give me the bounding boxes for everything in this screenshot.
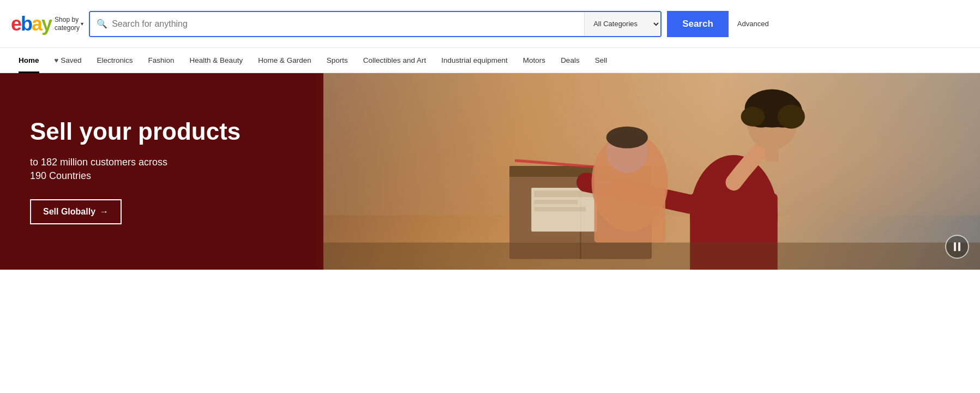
hero-image <box>323 73 980 270</box>
svg-point-16 <box>778 105 805 129</box>
hero-subtitle: to 182 million customers across190 Count… <box>30 156 296 183</box>
chevron-down-icon: ▾ <box>81 21 83 27</box>
nav-item-home[interactable]: Home <box>11 48 47 73</box>
nav-item-industrial[interactable]: Industrial equipment <box>434 48 515 73</box>
header: ebay Shop by category ▾ 🔍 All Categories… <box>0 0 980 48</box>
main-nav: Home ♥ Saved Electronics Fashion Health … <box>0 48 980 73</box>
shop-by-label: Shop by <box>55 16 80 23</box>
pause-button[interactable] <box>945 235 969 259</box>
nav-item-sell[interactable]: Sell <box>587 48 615 73</box>
svg-rect-25 <box>323 242 980 270</box>
hero-cta-button[interactable]: Sell Globally → <box>30 199 122 224</box>
search-button[interactable]: Search <box>667 11 729 37</box>
nav-item-saved[interactable]: ♥ Saved <box>47 48 89 73</box>
logo-b: b <box>21 13 32 35</box>
logo-e: e <box>11 13 21 35</box>
arrow-icon: → <box>100 207 109 217</box>
nav-item-home-garden[interactable]: Home & Garden <box>250 48 319 73</box>
nav-item-deals[interactable]: Deals <box>553 48 587 73</box>
hero-banner: Sell your products to 182 million custom… <box>0 73 980 270</box>
shop-by-sub: category <box>55 24 80 32</box>
logo-area: ebay Shop by category ▾ <box>11 14 83 34</box>
nav-item-electronics[interactable]: Electronics <box>89 48 141 73</box>
ebay-logo[interactable]: ebay <box>11 14 51 34</box>
heart-icon: ♥ <box>55 56 59 64</box>
search-input[interactable] <box>112 19 578 29</box>
svg-point-24 <box>606 127 648 148</box>
svg-rect-22 <box>594 166 665 242</box>
svg-rect-8 <box>534 207 586 211</box>
search-bar: 🔍 All Categories <box>89 11 662 37</box>
svg-rect-18 <box>766 145 779 162</box>
logo-y: y <box>41 13 51 35</box>
hero-content: Sell your products to 182 million custom… <box>0 73 323 270</box>
nav-item-collectibles[interactable]: Collectibles and Art <box>356 48 434 73</box>
svg-rect-7 <box>534 200 578 204</box>
pause-icon <box>954 242 960 251</box>
nav-item-fashion[interactable]: Fashion <box>141 48 182 73</box>
category-select[interactable]: All Categories <box>584 12 660 36</box>
search-icon: 🔍 <box>97 19 107 29</box>
hero-illustration <box>323 73 980 270</box>
nav-item-motors[interactable]: Motors <box>515 48 553 73</box>
logo-a: a <box>32 13 41 35</box>
shop-by-text: Shop by category <box>55 16 80 32</box>
nav-saved-label: Saved <box>61 56 81 64</box>
search-input-wrap: 🔍 <box>90 12 584 36</box>
shop-by-category[interactable]: Shop by category ▾ <box>55 16 83 32</box>
svg-point-17 <box>741 107 765 127</box>
nav-item-sports[interactable]: Sports <box>319 48 356 73</box>
advanced-search-link[interactable]: Advanced <box>737 20 769 28</box>
nav-item-health-beauty[interactable]: Health & Beauty <box>182 48 251 73</box>
hero-title: Sell your products <box>30 118 296 145</box>
hero-cta-label: Sell Globally <box>43 207 95 217</box>
